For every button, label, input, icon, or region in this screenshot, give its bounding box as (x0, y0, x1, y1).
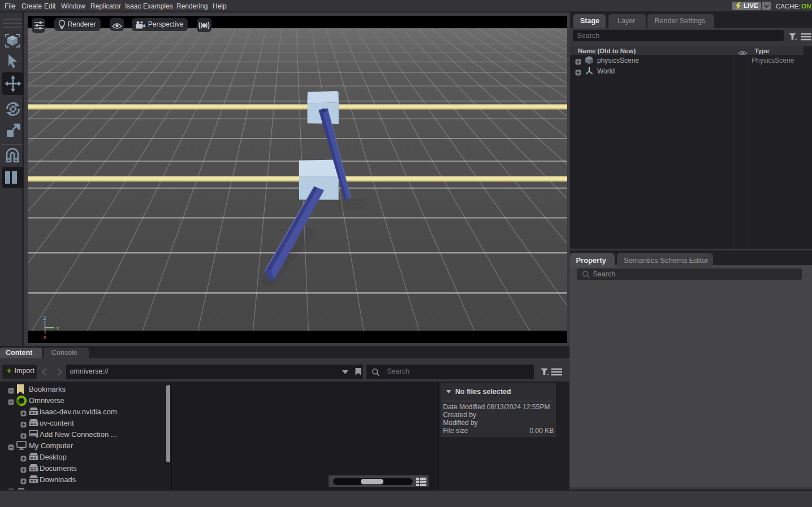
svg-text:Y: Y (56, 325, 60, 331)
svg-text:X: X (43, 334, 47, 340)
svg-text:Z: Z (43, 315, 46, 321)
